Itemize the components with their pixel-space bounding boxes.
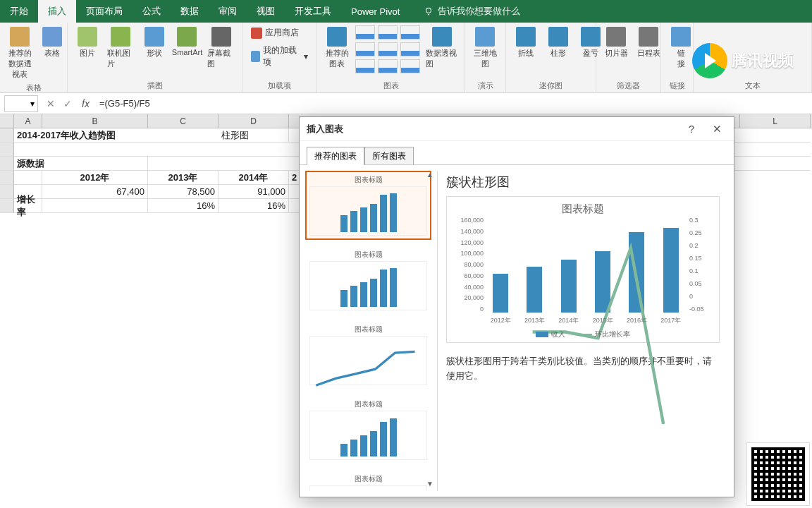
- y-axis-left: 160,000140,000120,000100,00080,00060,000…: [453, 217, 484, 313]
- tab-dev[interactable]: 开发工具: [285, 0, 341, 23]
- legend-swatch-bar: [536, 332, 548, 337]
- cancel-formula-button[interactable]: ✕: [42, 98, 59, 109]
- menu-tabs: 开始 插入 页面布局 公式 数据 审阅 视图 开发工具 Power Pivot: [0, 0, 410, 23]
- cell-value[interactable]: 78,500: [148, 185, 219, 199]
- accept-formula-button[interactable]: ✓: [59, 98, 76, 109]
- pivot-table-button[interactable]: 推荐的 数据透视表: [6, 25, 34, 81]
- formula-input[interactable]: =(G5-F5)/F5: [95, 98, 812, 109]
- slicer-button[interactable]: 切片器: [602, 25, 630, 60]
- cell-growth[interactable]: 16%: [148, 199, 219, 213]
- col-header[interactable]: C: [148, 114, 219, 128]
- preview-heading: 簇状柱形图: [446, 174, 720, 190]
- qr-code: [747, 443, 809, 505]
- cell-growth-label[interactable]: 增长率: [14, 199, 42, 213]
- fx-icon[interactable]: fx: [76, 98, 95, 109]
- cell-source-label[interactable]: 源数据: [14, 157, 148, 171]
- thumb-title: 图表标题: [309, 250, 427, 260]
- tab-powerpivot[interactable]: Power Pivot: [341, 0, 410, 23]
- chart-type-grid[interactable]: [355, 25, 420, 73]
- ribbon: 推荐的 数据透视表 表格 表格 图片 联机图片 形状 SmartArt 屏幕截图…: [0, 23, 812, 93]
- sparkline-column-button[interactable]: 柱形: [544, 25, 572, 60]
- group-illustrations-label: 插图: [73, 79, 236, 91]
- group-sparklines-label: 迷你图: [512, 79, 590, 91]
- dialog-titlebar: 插入图表 ? ✕: [300, 117, 734, 141]
- bulb-icon: [424, 6, 433, 16]
- tab-layout[interactable]: 页面布局: [76, 0, 133, 23]
- svg-point-0: [426, 8, 431, 13]
- tab-insert[interactable]: 插入: [38, 0, 76, 23]
- preview-chart-area[interactable]: 图表标题 160,000140,000120,000100,00080,0006…: [446, 196, 720, 343]
- tab-all-charts[interactable]: 所有图表: [364, 147, 414, 165]
- chart-thumb-line[interactable]: 图表标题: [305, 320, 431, 389]
- chart-title: 图表标题: [453, 202, 713, 216]
- group-tours-label: 演示: [471, 79, 500, 91]
- group-charts-label: 图表: [323, 79, 459, 91]
- help-button[interactable]: ?: [682, 119, 701, 139]
- chart-legend: 收入 环比增长率: [447, 329, 719, 339]
- chart-thumb-combo[interactable]: 图表标题: [305, 171, 431, 240]
- screenshot-button[interactable]: 屏幕截图: [206, 25, 236, 71]
- col-header[interactable]: A: [14, 114, 42, 128]
- formula-bar: ▾ ✕ ✓ fx =(G5-F5)/F5: [0, 93, 812, 114]
- tab-start[interactable]: 开始: [0, 0, 38, 23]
- cell-year[interactable]: 2014年: [219, 171, 289, 185]
- scroll-up-icon[interactable]: ▲: [424, 171, 436, 182]
- chart-thumb-area[interactable]: 图表标题: [305, 470, 431, 491]
- online-picture-button[interactable]: 联机图片: [106, 25, 136, 71]
- insert-chart-dialog: 插入图表 ? ✕ 推荐的图表 所有图表 ▲ 图表标题 图表标题 图表标题 图表: [299, 116, 734, 497]
- tab-view[interactable]: 视图: [247, 0, 285, 23]
- cell[interactable]: 柱形图: [219, 128, 289, 143]
- col-header[interactable]: D: [219, 114, 289, 128]
- group-filters-label: 筛选器: [602, 79, 655, 91]
- thumb-title: 图表标题: [309, 474, 427, 484]
- dialog-title: 插入图表: [307, 123, 343, 135]
- picture-button[interactable]: 图片: [73, 25, 102, 60]
- 3d-map-button[interactable]: 三维地 图: [471, 25, 499, 71]
- timeline-button[interactable]: 日程表: [634, 25, 663, 60]
- thumb-title: 图表标题: [309, 325, 427, 334]
- cell-value[interactable]: 67,400: [42, 185, 148, 199]
- tab-data[interactable]: 数据: [171, 0, 209, 23]
- name-box[interactable]: ▾: [4, 95, 38, 112]
- chart-thumb-bar2[interactable]: 图表标题: [305, 395, 431, 464]
- cell-growth[interactable]: 16%: [219, 199, 289, 213]
- chart-thumbnails: ▲ 图表标题 图表标题 图表标题 图表标题 图表标题 ▼: [305, 171, 438, 491]
- chart-thumb-bar[interactable]: 图表标题: [305, 246, 431, 315]
- cell[interactable]: [14, 171, 42, 185]
- shapes-button[interactable]: 形状: [140, 25, 168, 60]
- tab-recommended-charts[interactable]: 推荐的图表: [307, 147, 364, 165]
- legend-swatch-line: [579, 334, 592, 335]
- sparkline-line-button[interactable]: 折线: [512, 25, 540, 60]
- col-header[interactable]: B: [42, 114, 148, 128]
- recommended-charts-button[interactable]: 推荐的 图表: [323, 25, 351, 71]
- hyperlink-button[interactable]: 链 接: [667, 25, 695, 71]
- group-links-label: 链接: [667, 79, 687, 91]
- cell-value[interactable]: 91,000: [219, 185, 289, 199]
- group-text-label: 文本: [699, 79, 806, 91]
- cell-growth[interactable]: [42, 199, 148, 213]
- my-addins-button[interactable]: 我的加载项 ▾: [248, 43, 311, 70]
- thumb-title: 图表标题: [309, 175, 427, 185]
- col-header[interactable]: L: [740, 114, 811, 128]
- group-addins-label: 加载项: [248, 79, 311, 91]
- chart-preview: 簇状柱形图 图表标题 160,000140,000120,000100,0008…: [438, 171, 728, 491]
- tell-me-search[interactable]: 告诉我你想要做什么: [424, 5, 520, 18]
- cell-title[interactable]: 2014-2017年收入趋势图: [14, 128, 219, 143]
- thumb-title: 图表标题: [309, 399, 427, 409]
- app-store-button[interactable]: 应用商店: [248, 25, 302, 40]
- x-axis: 2012年2013年2014年2015年2016年2017年: [484, 316, 688, 325]
- tab-formulas[interactable]: 公式: [133, 0, 171, 23]
- cell-year[interactable]: 2013年: [148, 171, 219, 185]
- y-axis-right: 0.30.250.20.150.10.050-0.05: [689, 217, 713, 313]
- tab-review[interactable]: 审阅: [209, 0, 247, 23]
- scroll-down-icon[interactable]: ▼: [424, 480, 436, 491]
- pivot-chart-button[interactable]: 数据透视图: [424, 25, 459, 71]
- select-all-corner[interactable]: [0, 114, 14, 128]
- tell-me-label: 告诉我你想要做什么: [438, 5, 520, 18]
- close-button[interactable]: ✕: [707, 119, 727, 139]
- cell-year[interactable]: 2012年: [42, 171, 148, 185]
- table-button[interactable]: 表格: [38, 25, 66, 60]
- smartart-button[interactable]: SmartArt: [173, 25, 202, 58]
- group-tables-label: 表格: [6, 81, 61, 93]
- title-bar: 开始 插入 页面布局 公式 数据 审阅 视图 开发工具 Power Pivot …: [0, 0, 812, 23]
